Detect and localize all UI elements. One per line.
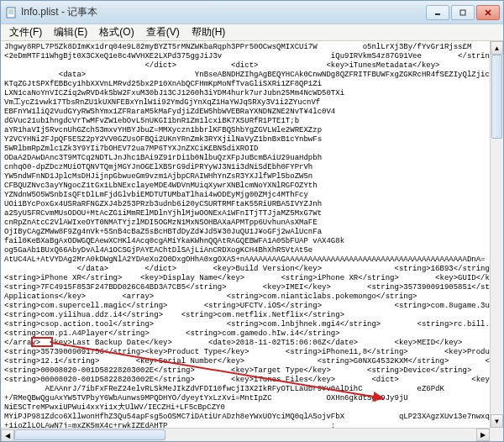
vertical-scroll-thumb[interactable] — [491, 55, 502, 139]
horizontal-scroll-thumb[interactable] — [14, 429, 165, 440]
menu-format[interactable]: 格式(O) — [94, 24, 139, 41]
scrollbar-corner — [490, 428, 503, 441]
menu-file[interactable]: 文件(F) — [4, 24, 47, 41]
close-button[interactable] — [476, 5, 500, 20]
menu-edit[interactable]: 编辑(E) — [49, 24, 92, 41]
vertical-scrollbar[interactable]: ▲ ▼ — [490, 41, 503, 428]
window-controls — [426, 5, 500, 20]
plist-content[interactable]: Jhgwy8RPL7P5Zk8DImKx1drq04e9L82myBYZT5rM… — [1, 41, 490, 428]
scroll-down-arrow-icon[interactable]: ▼ — [491, 414, 503, 428]
menu-view[interactable]: 查看(V) — [141, 24, 185, 41]
menubar: 文件(F) 编辑(E) 格式(O) 查看(V) 帮助(H) — [1, 24, 503, 41]
horizontal-scrollbar[interactable]: ◀ ▶ — [1, 428, 490, 441]
minimize-button[interactable] — [426, 5, 449, 20]
text-area[interactable]: Jhgwy8RPL7P5Zk8DImKx1drq04e9L82myBYZT5rM… — [1, 41, 490, 428]
scroll-up-arrow-icon[interactable]: ▲ — [491, 41, 503, 55]
content-area: Jhgwy8RPL7P5Zk8DImKx1drq04e9L82myBYZT5rM… — [1, 41, 503, 441]
maximize-button[interactable] — [451, 5, 475, 20]
notepad-window: Info.plist - 记事本 文件(F) 编辑(E) 格式(O) 查看(V)… — [0, 0, 504, 442]
svg-rect-5 — [460, 10, 465, 15]
menu-help[interactable]: 帮助(H) — [186, 24, 231, 41]
notepad-icon — [4, 6, 18, 19]
scroll-left-arrow-icon[interactable]: ◀ — [1, 429, 14, 441]
svg-rect-0 — [7, 8, 15, 18]
scroll-right-arrow-icon[interactable]: ▶ — [476, 429, 490, 441]
window-title: Info.plist - 记事本 — [21, 5, 426, 19]
titlebar: Info.plist - 记事本 — [1, 1, 503, 24]
